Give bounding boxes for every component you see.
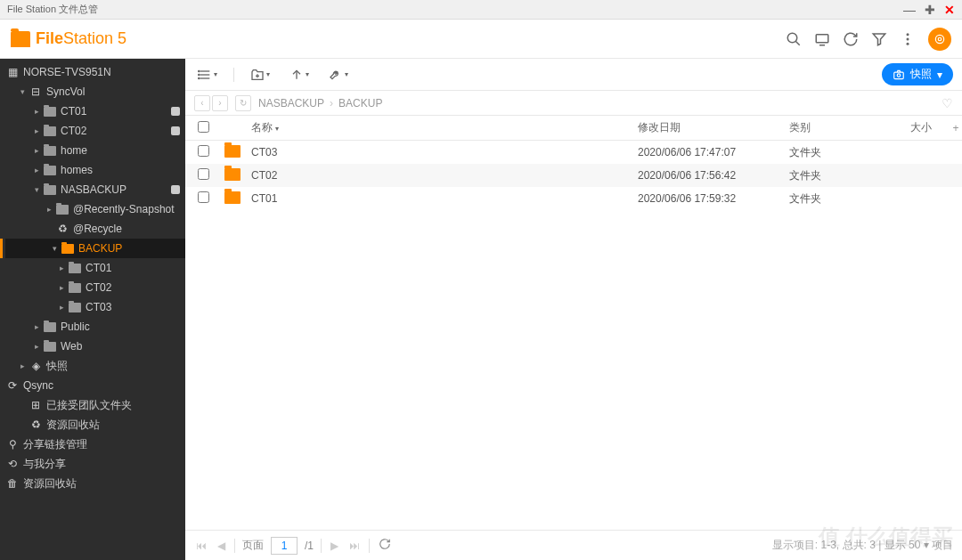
- tree-public[interactable]: ▸Public: [0, 317, 185, 337]
- table-header: 名称 ▾ 修改日期 类别 大小 +: [185, 116, 962, 141]
- refresh-icon: [379, 538, 391, 550]
- share-icon: ⚲: [5, 438, 20, 450]
- page-refresh-button[interactable]: [377, 538, 393, 553]
- tree-ct01[interactable]: ▸CT01: [0, 101, 185, 121]
- caret-right-icon: ▸: [30, 126, 43, 135]
- table-row[interactable]: CT02 2020/06/06 17:56:42 文件夹: [185, 164, 962, 187]
- folder-icon: [61, 244, 74, 254]
- tools-button[interactable]: ▾: [325, 64, 352, 85]
- close-button[interactable]: ✕: [944, 3, 955, 17]
- svg-point-0: [787, 33, 797, 43]
- row-date: 2020/06/06 17:59:32: [638, 192, 789, 205]
- view-mode-button[interactable]: ▾: [194, 64, 221, 85]
- page-last-button[interactable]: ⏭: [347, 540, 362, 552]
- tree-nasbackup[interactable]: ▾NASBACKUP: [0, 180, 185, 199]
- select-all-checkbox[interactable]: [198, 121, 209, 133]
- tree-b-ct03[interactable]: ▸CT03: [0, 297, 185, 317]
- tree-share-mgmt[interactable]: ⚲分享链接管理: [0, 434, 185, 454]
- table-row[interactable]: CT03 2020/06/06 17:47:07 文件夹: [185, 141, 962, 164]
- row-date: 2020/06/06 17:56:42: [638, 169, 789, 182]
- team-folder-icon: ⊞: [29, 399, 43, 411]
- caret-right-icon: ▸: [30, 322, 43, 331]
- tree-qsync[interactable]: ⟳Qsync: [0, 376, 185, 395]
- tree-backup[interactable]: ▾BACKUP: [5, 239, 185, 258]
- caret-right-icon: ▸: [30, 166, 43, 174]
- snapshot-button[interactable]: 快照▾: [882, 63, 953, 85]
- folder-icon: [224, 145, 240, 158]
- column-type[interactable]: 类别: [789, 120, 896, 135]
- tree-trash[interactable]: 🗑资源回收站: [0, 474, 185, 493]
- column-config-button[interactable]: +: [950, 122, 962, 134]
- smart-filter-icon[interactable]: [928, 28, 951, 51]
- tree-web[interactable]: ▸Web: [0, 337, 185, 356]
- svg-rect-2: [816, 34, 828, 42]
- caret-right-icon: ▸: [30, 107, 43, 116]
- minimize-button[interactable]: —: [903, 3, 916, 17]
- tree-recent-snap[interactable]: ▸@Recently-Snapshot: [0, 199, 185, 219]
- content-area: ▾ ▾ ▾ ▾ 快照▾ ‹ › ↻ NASBACKUP › BACKUP ♡: [185, 59, 962, 560]
- tree-homes[interactable]: ▸homes: [0, 160, 185, 180]
- svg-point-14: [199, 74, 200, 75]
- column-name[interactable]: 名称 ▾: [248, 120, 638, 135]
- caret-right-icon: ▸: [43, 205, 55, 214]
- tree-qsync-recycle[interactable]: ♻资源回收站: [0, 415, 185, 434]
- chevron-right-icon: ›: [330, 97, 333, 110]
- folder-icon: [224, 191, 240, 204]
- tree-snapshot[interactable]: ▸◈快照: [0, 356, 185, 376]
- svg-point-15: [199, 77, 200, 78]
- filter-icon[interactable]: [871, 31, 887, 47]
- folder-icon: [44, 146, 56, 156]
- tree-home[interactable]: ▸home: [0, 141, 185, 160]
- page-next-button[interactable]: ▶: [329, 540, 340, 552]
- folder-icon: [44, 322, 56, 332]
- column-size[interactable]: 大小: [896, 120, 950, 135]
- tree-b-ct02[interactable]: ▸CT02: [0, 278, 185, 297]
- caret-down-icon: ▾: [48, 244, 61, 253]
- search-icon[interactable]: [786, 31, 802, 47]
- table-body: CT03 2020/06/06 17:47:07 文件夹 CT02 2020/0…: [185, 141, 962, 530]
- table-row[interactable]: CT01 2020/06/06 17:59:32 文件夹: [185, 187, 962, 210]
- tree-recycle-nb[interactable]: ♻@Recycle: [0, 219, 185, 239]
- pagination: ⏮ ◀ 页面 /1 ▶ ⏭ 显示项目: 1-3, 总共: 3 | 显示 50 ▾…: [185, 530, 962, 560]
- row-checkbox[interactable]: [198, 145, 209, 157]
- refresh-icon[interactable]: [843, 31, 859, 47]
- badge-icon: [171, 107, 180, 116]
- nav-back-button[interactable]: ‹: [194, 95, 210, 111]
- shared-icon: ⟲: [5, 458, 20, 470]
- tree-accepted-team[interactable]: ⊞已接受团队文件夹: [0, 395, 185, 415]
- tree-ct02[interactable]: ▸CT02: [0, 121, 185, 141]
- row-checkbox[interactable]: [198, 168, 209, 180]
- page-prev-button[interactable]: ◀: [216, 540, 227, 552]
- row-checkbox[interactable]: [198, 191, 209, 203]
- breadcrumb-segment[interactable]: BACKUP: [338, 97, 382, 110]
- maximize-button[interactable]: ✚: [925, 3, 935, 17]
- caret-down-icon: ▾: [16, 87, 29, 96]
- create-button[interactable]: ▾: [247, 64, 273, 85]
- folder-icon: [69, 303, 81, 312]
- window-title: File Station 文件总管: [7, 3, 903, 16]
- tree-shared-with-me[interactable]: ⟲与我分享: [0, 454, 185, 474]
- row-name: CT01: [248, 192, 638, 205]
- badge-icon: [171, 126, 180, 135]
- tree-syncvol[interactable]: ▾⊟SyncVol: [0, 82, 185, 101]
- breadcrumb-bar: ‹ › ↻ NASBACKUP › BACKUP ♡: [185, 91, 962, 116]
- page-input[interactable]: [271, 537, 298, 555]
- breadcrumb-segment[interactable]: NASBACKUP: [258, 97, 324, 110]
- tree-host[interactable]: ▦NORSE-TVS951N: [0, 62, 185, 82]
- volume-icon: ⊟: [29, 85, 43, 98]
- path-history-button[interactable]: ↻: [235, 95, 251, 111]
- row-type: 文件夹: [789, 145, 896, 160]
- page-first-button[interactable]: ⏮: [194, 540, 208, 552]
- tree-b-ct01[interactable]: ▸CT01: [0, 258, 185, 278]
- svg-point-8: [935, 35, 943, 43]
- page-status: 显示项目: 1-3, 总共: 3 | 显示 50 ▾ 项目: [772, 538, 953, 553]
- folder-icon: [44, 185, 56, 195]
- folder-icon: [69, 264, 81, 273]
- nav-forward-button[interactable]: ›: [212, 95, 228, 111]
- more-icon[interactable]: [900, 31, 916, 47]
- favorite-button[interactable]: ♡: [942, 96, 953, 110]
- upload-button[interactable]: ▾: [286, 64, 313, 85]
- remote-icon[interactable]: [814, 31, 830, 47]
- breadcrumb: NASBACKUP › BACKUP: [258, 97, 382, 110]
- column-date[interactable]: 修改日期: [638, 120, 789, 135]
